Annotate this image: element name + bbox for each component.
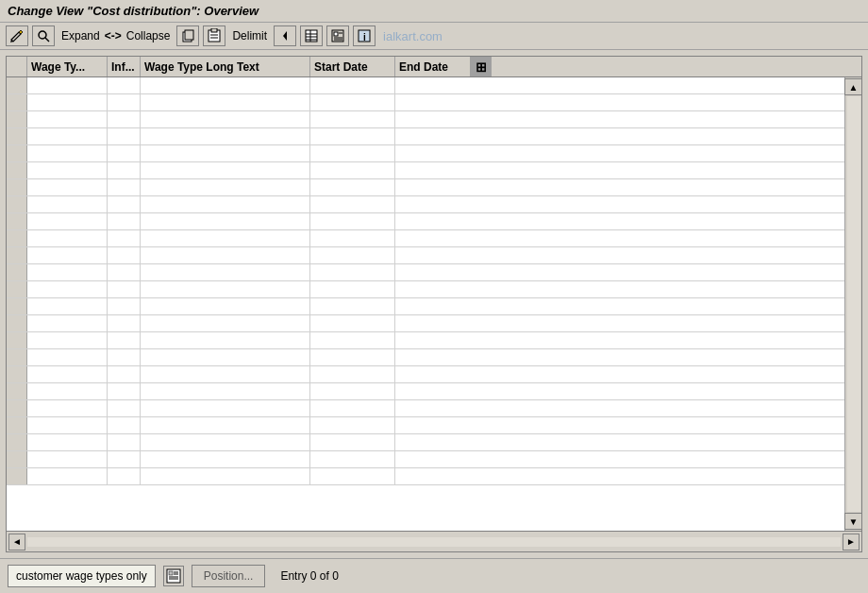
table-cell[interactable]: [395, 349, 471, 365]
table-cell[interactable]: [141, 383, 310, 399]
table-cell[interactable]: [27, 332, 108, 348]
table-cell[interactable]: [27, 315, 108, 331]
table-button[interactable]: [300, 25, 323, 46]
table-cell[interactable]: [141, 77, 310, 93]
table-cell[interactable]: [108, 162, 141, 178]
table-cell[interactable]: [108, 179, 141, 195]
position-button[interactable]: Position...: [192, 565, 266, 587]
table-cell[interactable]: [108, 94, 141, 110]
table-cell[interactable]: [310, 264, 395, 280]
table-cell[interactable]: [310, 94, 395, 110]
table-cell[interactable]: [108, 213, 141, 229]
table-cell[interactable]: [141, 434, 310, 450]
find-button[interactable]: [32, 25, 55, 46]
table-cell[interactable]: [141, 281, 310, 297]
table-cell[interactable]: [310, 451, 395, 467]
table-cell[interactable]: [108, 128, 141, 144]
table-cell[interactable]: [310, 162, 395, 178]
table-cell[interactable]: [108, 366, 141, 382]
table-cell[interactable]: [141, 94, 310, 110]
table-cell[interactable]: [141, 332, 310, 348]
paste-button[interactable]: [203, 25, 225, 46]
table-cell[interactable]: [108, 383, 141, 399]
table-cell[interactable]: [27, 94, 108, 110]
table-cell[interactable]: [108, 298, 141, 314]
table-row[interactable]: [7, 332, 844, 349]
table-row[interactable]: [7, 434, 844, 451]
table-cell[interactable]: [395, 332, 471, 348]
table-row[interactable]: [7, 128, 844, 145]
table-cell[interactable]: [395, 213, 471, 229]
table-cell[interactable]: [141, 366, 310, 382]
table-cell[interactable]: [310, 145, 395, 161]
table-cell[interactable]: [108, 400, 141, 416]
table-cell[interactable]: [141, 247, 310, 263]
table-row[interactable]: [7, 349, 844, 366]
table-cell[interactable]: [108, 417, 141, 433]
table-cell[interactable]: [108, 145, 141, 161]
table-row[interactable]: [7, 196, 844, 213]
table-row[interactable]: [7, 400, 844, 417]
table-cell[interactable]: [395, 77, 471, 93]
table-cell[interactable]: [27, 145, 108, 161]
customer-wage-types-button[interactable]: customer wage types only: [8, 565, 156, 587]
table-cell[interactable]: [310, 315, 395, 331]
table-cell[interactable]: [108, 434, 141, 450]
table-cell[interactable]: [27, 349, 108, 365]
table-cell[interactable]: [108, 247, 141, 263]
table-cell[interactable]: [141, 468, 310, 484]
table-cell[interactable]: [27, 162, 108, 178]
table-cell[interactable]: [310, 213, 395, 229]
table-cell[interactable]: [141, 128, 310, 144]
table-cell[interactable]: [310, 383, 395, 399]
table-cell[interactable]: [310, 298, 395, 314]
table-cell[interactable]: [27, 298, 108, 314]
table-cell[interactable]: [395, 417, 471, 433]
table-row[interactable]: [7, 366, 844, 383]
table-cell[interactable]: [310, 332, 395, 348]
table-cell[interactable]: [395, 264, 471, 280]
table-cell[interactable]: [27, 111, 108, 127]
table-cell[interactable]: [141, 315, 310, 331]
table-cell[interactable]: [27, 77, 108, 93]
table-cell[interactable]: [310, 417, 395, 433]
table-cell[interactable]: [395, 111, 471, 127]
table-row[interactable]: [7, 179, 844, 196]
table-cell[interactable]: [108, 77, 141, 93]
table-cell[interactable]: [27, 434, 108, 450]
table-cell[interactable]: [395, 179, 471, 195]
scroll-up-button[interactable]: ▲: [844, 78, 862, 95]
expand-button[interactable]: Expand: [58, 25, 103, 46]
copy-button[interactable]: [176, 25, 199, 46]
table-row[interactable]: [7, 298, 844, 315]
table-cell[interactable]: [395, 468, 471, 484]
table-cell[interactable]: [141, 298, 310, 314]
collapse-button[interactable]: Collapse: [124, 25, 174, 46]
table-row[interactable]: [7, 230, 844, 247]
table-cell[interactable]: [27, 281, 108, 297]
table-cell[interactable]: [395, 230, 471, 246]
table-cell[interactable]: [27, 383, 108, 399]
table-cell[interactable]: [108, 281, 141, 297]
table-row[interactable]: [7, 451, 844, 468]
table-row[interactable]: [7, 417, 844, 434]
table-cell[interactable]: [108, 332, 141, 348]
table-cell[interactable]: [310, 77, 395, 93]
table-cell[interactable]: [108, 196, 141, 212]
table-cell[interactable]: [141, 213, 310, 229]
scroll-left-button[interactable]: ◄: [8, 534, 25, 551]
table-row[interactable]: [7, 264, 844, 281]
table-cell[interactable]: [395, 383, 471, 399]
previous-button[interactable]: [274, 25, 296, 46]
table-cell[interactable]: [395, 247, 471, 263]
table-cell[interactable]: [141, 451, 310, 467]
table-cell[interactable]: [141, 179, 310, 195]
table-cell[interactable]: [395, 451, 471, 467]
delimit-button[interactable]: Delimit: [229, 25, 270, 46]
table-cell[interactable]: [141, 400, 310, 416]
table-cell[interactable]: [395, 162, 471, 178]
table-row[interactable]: [7, 111, 844, 128]
table-cell[interactable]: [108, 349, 141, 365]
table-cell[interactable]: [27, 196, 108, 212]
edit-button[interactable]: [6, 25, 28, 46]
